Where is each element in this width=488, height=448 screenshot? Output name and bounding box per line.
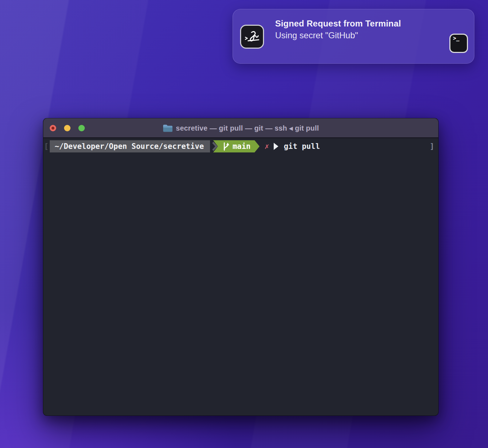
prompt-line: [ ~/Developer/Open Source/secretive: [44, 140, 436, 152]
prompt-arrow-icon: [273, 142, 279, 150]
prompt-bracket-left: [: [44, 142, 49, 151]
notification-banner[interactable]: Signed Request from Terminal Using secre…: [233, 9, 474, 64]
signature-icon: [244, 30, 260, 44]
traffic-lights: [50, 118, 85, 137]
terminal-content[interactable]: [ ~/Developer/Open Source/secretive: [43, 138, 438, 152]
terminal-icon: >_: [449, 34, 468, 53]
close-button[interactable]: [50, 125, 56, 131]
secretive-app-icon: [240, 25, 264, 49]
terminal-icon-glyph: >_: [453, 35, 459, 42]
branch-name: main: [233, 142, 251, 151]
prompt-bracket-right: ]: [430, 142, 434, 151]
zoom-button[interactable]: [78, 125, 85, 131]
window-title-area: secretive — git pull — git — ssh ◂ git p…: [163, 124, 319, 132]
git-branch-icon: [223, 142, 229, 151]
desktop-background: Signed Request from Terminal Using secre…: [0, 0, 488, 448]
folder-icon: [163, 124, 172, 132]
typed-command: git pull: [284, 142, 320, 151]
prompt-path-segment: ~/Developer/Open Source/secretive: [50, 140, 210, 152]
notification-title: Signed Request from Terminal: [275, 19, 401, 29]
git-branch-segment: main: [213, 140, 260, 152]
notification-subtitle: Using secret "GitHub": [275, 30, 358, 40]
exit-status-mark: ✗: [264, 142, 269, 151]
terminal-window: secretive — git pull — git — ssh ◂ git p…: [43, 118, 439, 416]
window-titlebar[interactable]: secretive — git pull — git — ssh ◂ git p…: [43, 118, 438, 138]
window-title: secretive — git pull — git — ssh ◂ git p…: [176, 124, 319, 132]
minimize-button[interactable]: [64, 125, 70, 131]
unsaved-indicator-dot: [52, 127, 54, 130]
